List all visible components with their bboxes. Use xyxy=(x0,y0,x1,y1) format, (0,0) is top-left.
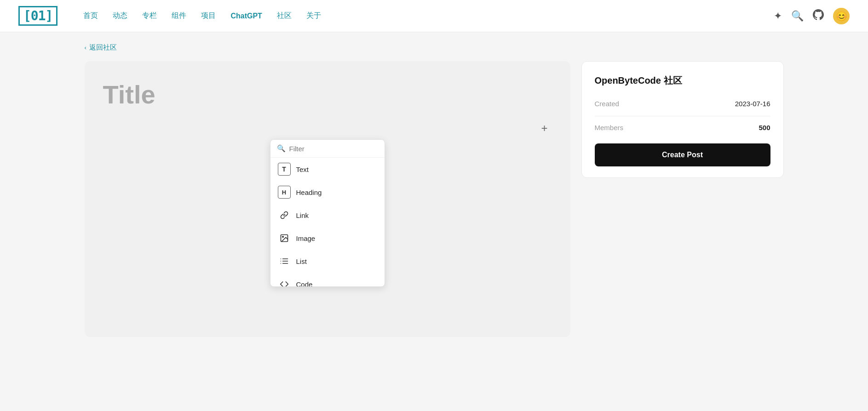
search-icon[interactable]: 🔍 xyxy=(791,10,804,22)
block-type-link[interactable]: Link xyxy=(270,204,385,227)
nav-components[interactable]: 组件 xyxy=(172,11,186,21)
svg-point-1 xyxy=(282,236,283,238)
members-value: 500 xyxy=(759,124,770,131)
list-block-icon xyxy=(278,255,291,268)
text-block-icon: T xyxy=(278,163,291,176)
sidebar-created-row: Created 2023-07-16 xyxy=(595,100,770,108)
code-block-label: Code xyxy=(296,280,313,287)
nav-feed[interactable]: 动态 xyxy=(113,11,127,21)
back-link-label: 返回社区 xyxy=(89,43,117,52)
nav-home[interactable]: 首页 xyxy=(83,11,98,21)
block-type-image[interactable]: Image xyxy=(270,227,385,250)
dropdown-list: T Text H Heading Link xyxy=(270,158,385,286)
code-block-icon xyxy=(278,278,291,286)
link-block-label: Link xyxy=(296,211,309,219)
sidebar-card: OpenByteCode 社区 Created 2023-07-16 Membe… xyxy=(581,61,784,178)
nav-chatgpt[interactable]: ChatGPT xyxy=(230,12,262,20)
nav-community[interactable]: 社区 xyxy=(277,11,292,21)
nav-about[interactable]: 关于 xyxy=(306,11,321,21)
image-block-label: Image xyxy=(296,234,316,242)
dropdown-search-bar: 🔍 xyxy=(270,140,385,158)
text-block-label: Text xyxy=(296,166,309,173)
github-icon[interactable] xyxy=(813,9,824,23)
created-label: Created xyxy=(595,100,619,108)
editor-card: Title + 🔍 T Text H Heading xyxy=(85,61,570,337)
sidebar-community-title: OpenByteCode 社区 xyxy=(595,74,770,87)
created-value: 2023-07-16 xyxy=(735,100,770,108)
sidebar-members-row: Members 500 xyxy=(595,124,770,131)
nav: 首页 动态 专栏 组件 项目 ChatGPT 社区 关于 xyxy=(83,11,321,21)
header-actions: ✦ 🔍 😊 xyxy=(774,8,850,24)
sidebar-divider xyxy=(595,116,770,116)
heading-block-label: Heading xyxy=(296,188,322,196)
editor-title: Title xyxy=(103,80,552,109)
heading-block-icon: H xyxy=(278,186,291,199)
members-label: Members xyxy=(595,124,624,131)
filter-search-icon: 🔍 xyxy=(277,144,286,153)
list-block-label: List xyxy=(296,257,307,265)
avatar[interactable]: 😊 xyxy=(833,8,850,24)
filter-input[interactable] xyxy=(289,145,378,153)
add-block-button[interactable]: + xyxy=(537,121,552,136)
block-type-list[interactable]: List xyxy=(270,250,385,273)
nav-column[interactable]: 专栏 xyxy=(142,11,157,21)
main-container: ‹ 返回社区 Title + 🔍 T Text H xyxy=(66,32,802,348)
content-row: Title + 🔍 T Text H Heading xyxy=(85,61,784,337)
create-post-button[interactable]: Create Post xyxy=(595,143,770,166)
theme-icon[interactable]: ✦ xyxy=(774,10,782,22)
link-block-icon xyxy=(278,209,291,222)
block-type-code[interactable]: Code xyxy=(270,273,385,286)
header: [01] 首页 动态 专栏 组件 项目 ChatGPT 社区 关于 ✦ 🔍 😊 xyxy=(0,0,868,32)
logo[interactable]: [01] xyxy=(18,6,57,26)
back-link[interactable]: ‹ 返回社区 xyxy=(85,43,784,52)
block-type-text[interactable]: T Text xyxy=(270,158,385,181)
chevron-left-icon: ‹ xyxy=(85,44,86,51)
image-block-icon xyxy=(278,232,291,245)
block-type-dropdown: 🔍 T Text H Heading xyxy=(270,139,385,287)
nav-projects[interactable]: 项目 xyxy=(201,11,216,21)
block-type-heading[interactable]: H Heading xyxy=(270,181,385,204)
